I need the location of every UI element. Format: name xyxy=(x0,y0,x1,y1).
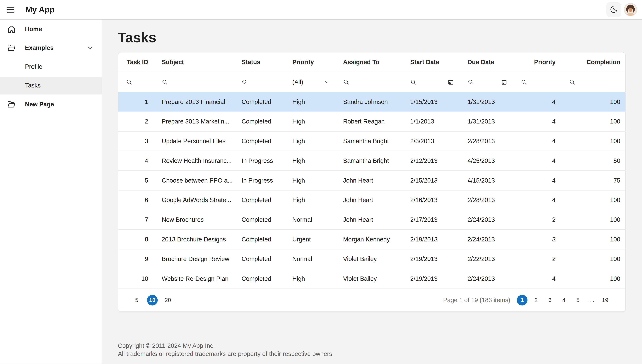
cell-status: Completed xyxy=(234,269,284,288)
column-header-priority[interactable]: Priority xyxy=(285,52,335,72)
search-icon xyxy=(410,79,416,85)
cell-due-date: 4/25/2013 xyxy=(460,151,513,171)
table-row[interactable]: 2Prepare 3013 Marketin...CompletedHighRo… xyxy=(118,112,625,132)
filter-priority-select[interactable]: (All) xyxy=(285,72,335,92)
cell-subject: Review Health Insuranc... xyxy=(154,151,234,171)
cell-assigned-to: John Heart xyxy=(335,171,402,190)
column-header-due-date[interactable]: Due Date xyxy=(460,52,513,72)
cell-status: Completed xyxy=(234,131,284,151)
page-button-3[interactable]: 3 xyxy=(545,295,555,306)
calendar-icon[interactable] xyxy=(447,79,454,85)
grid-header-row: Task ID Subject Status Priority Assigned… xyxy=(118,52,625,72)
cell-priority: High xyxy=(285,92,335,112)
sidebar-item-label: Profile xyxy=(25,63,42,70)
sidebar-item-profile[interactable]: Profile xyxy=(0,58,102,76)
column-header-priority-number[interactable]: Priority xyxy=(513,52,561,72)
sidebar-item-new-page[interactable]: New Page xyxy=(0,95,102,114)
cell-task-id: 1 xyxy=(118,92,154,112)
cell-priority: High xyxy=(285,171,335,190)
cell-priority: Normal xyxy=(285,210,335,230)
trademark-text: All trademarks or registered trademarks … xyxy=(118,350,625,358)
page-button-2[interactable]: 2 xyxy=(531,295,541,306)
search-icon xyxy=(569,79,575,85)
cell-due-date: 2/28/2013 xyxy=(460,190,513,210)
table-row[interactable]: 1Prepare 2013 FinancialCompletedHighSand… xyxy=(118,92,625,112)
page-button-19[interactable]: 19 xyxy=(600,295,610,306)
filter-start-date[interactable] xyxy=(402,72,460,92)
body-row: Home Examples Profile xyxy=(0,20,642,364)
table-row[interactable]: 4Review Health Insuranc...In ProgressHig… xyxy=(118,151,625,171)
page-size-10[interactable]: 10 xyxy=(147,295,158,306)
page-buttons: 12345...19 xyxy=(517,295,610,306)
table-row[interactable]: 9Brochure Design ReviewCompletedNormalVi… xyxy=(118,249,625,269)
filter-assigned-to[interactable] xyxy=(335,72,402,92)
cell-completion: 100 xyxy=(561,269,626,288)
cell-completion: 100 xyxy=(561,112,626,132)
cell-completion: 100 xyxy=(561,230,626,249)
column-header-start-date[interactable]: Start Date xyxy=(402,52,460,72)
cell-assigned-to: Violet Bailey xyxy=(335,269,402,288)
cell-priority-number: 4 xyxy=(513,92,561,112)
page-ellipsis: ... xyxy=(586,297,596,303)
sidebar-item-tasks[interactable]: Tasks xyxy=(0,76,102,95)
cell-task-id: 2 xyxy=(118,112,154,132)
pager-right: Page 1 of 19 (183 items) 12345...19 xyxy=(443,295,610,306)
cell-priority-number: 4 xyxy=(513,151,561,171)
app-root: My App xyxy=(0,0,642,364)
filter-priority-number[interactable] xyxy=(513,72,561,92)
column-header-status[interactable]: Status xyxy=(234,52,284,72)
cell-start-date: 2/3/2013 xyxy=(402,131,460,151)
cell-subject: Prepare 2013 Financial xyxy=(154,92,234,112)
filter-completion[interactable] xyxy=(561,72,626,92)
theme-toggle-button[interactable] xyxy=(606,2,621,17)
hamburger-menu-button[interactable] xyxy=(7,2,19,17)
table-row[interactable]: 6Google AdWords Strate...CompletedHighJo… xyxy=(118,190,625,210)
cell-subject: Prepare 3013 Marketin... xyxy=(154,112,234,132)
calendar-icon[interactable] xyxy=(501,79,507,85)
table-row[interactable]: 82013 Brochure DesignsCompletedUrgentMor… xyxy=(118,230,625,249)
cell-task-id: 7 xyxy=(118,210,154,230)
hamburger-icon xyxy=(7,9,15,10)
cell-assigned-to: Sandra Johnson xyxy=(335,92,402,112)
cell-start-date: 2/12/2013 xyxy=(402,151,460,171)
page-button-4[interactable]: 4 xyxy=(559,295,569,306)
column-header-subject[interactable]: Subject xyxy=(154,52,234,72)
sidebar-item-label: New Page xyxy=(25,101,54,108)
page-sizes: 51020 xyxy=(131,295,173,306)
cell-task-id: 9 xyxy=(118,249,154,269)
search-icon xyxy=(126,79,132,85)
page-button-1[interactable]: 1 xyxy=(517,295,527,306)
page-button-5[interactable]: 5 xyxy=(572,295,583,306)
page-size-20[interactable]: 20 xyxy=(163,295,173,306)
column-header-task-id[interactable]: Task ID xyxy=(118,52,154,72)
cell-task-id: 10 xyxy=(118,269,154,288)
filter-task-id[interactable] xyxy=(118,72,154,92)
cell-due-date: 2/24/2013 xyxy=(460,210,513,230)
cell-due-date: 2/22/2013 xyxy=(460,249,513,269)
filter-priority-value: (All) xyxy=(292,78,303,86)
filter-subject[interactable] xyxy=(154,72,234,92)
cell-due-date: 4/15/2013 xyxy=(460,171,513,190)
sidebar-item-examples[interactable]: Examples xyxy=(0,39,102,57)
cell-due-date: 1/31/2013 xyxy=(460,112,513,132)
search-icon xyxy=(162,79,168,85)
cell-priority: High xyxy=(285,131,335,151)
column-header-completion[interactable]: Completion xyxy=(561,52,626,72)
folder-open-icon xyxy=(7,43,17,53)
table-row[interactable]: 7New BrochuresCompletedNormalJohn Heart2… xyxy=(118,210,625,230)
filter-status[interactable] xyxy=(234,72,284,92)
table-row[interactable]: 3Update Personnel FilesCompletedHighSama… xyxy=(118,131,625,151)
page-size-5[interactable]: 5 xyxy=(131,295,142,306)
filter-due-date[interactable] xyxy=(460,72,513,92)
column-header-assigned-to[interactable]: Assigned To xyxy=(335,52,402,72)
table-row[interactable]: 10Website Re-Design PlanCompletedHighVio… xyxy=(118,269,625,288)
sidebar-item-home[interactable]: Home xyxy=(0,20,102,38)
cell-task-id: 5 xyxy=(118,171,154,190)
main-content: Tasks Task ID Subject Status Priority xyxy=(102,20,642,364)
sidebar-item-label: Examples xyxy=(25,44,54,51)
sidebar-item-label: Home xyxy=(25,26,42,33)
cell-assigned-to: Samantha Bright xyxy=(335,151,402,171)
sidebar-item-label: Tasks xyxy=(25,82,41,89)
table-row[interactable]: 5Choose between PPO a...In ProgressHighJ… xyxy=(118,171,625,190)
avatar[interactable] xyxy=(624,3,637,16)
